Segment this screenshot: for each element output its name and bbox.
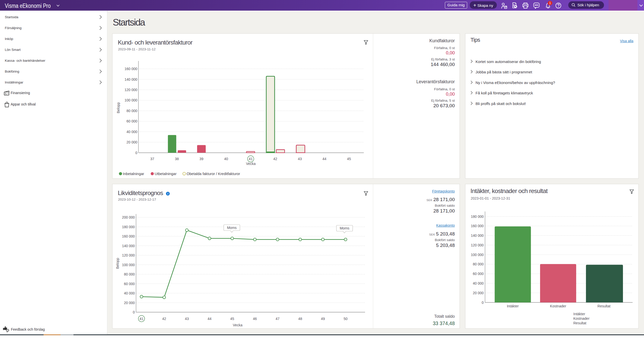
svg-text:45: 45: [347, 157, 351, 161]
svg-text:Resultat: Resultat: [597, 304, 610, 308]
svg-text:80 000: 80 000: [126, 109, 137, 113]
svg-text:39: 39: [199, 157, 203, 161]
svg-text:40 000: 40 000: [126, 130, 137, 134]
svg-text:80 000: 80 000: [473, 262, 484, 266]
svg-text:43: 43: [185, 317, 189, 321]
svg-text:160 000: 160 000: [122, 234, 135, 238]
svg-text:40: 40: [224, 157, 228, 161]
svg-text:46: 46: [253, 317, 257, 321]
svg-text:80 000: 80 000: [124, 272, 135, 276]
svg-text:0: 0: [482, 301, 484, 305]
svg-text:60 000: 60 000: [473, 272, 484, 276]
svg-text:120 000: 120 000: [122, 253, 135, 257]
svg-text:42: 42: [162, 317, 166, 321]
svg-text:Vecka: Vecka: [246, 162, 256, 166]
svg-text:180 000: 180 000: [471, 215, 484, 219]
svg-text:40 000: 40 000: [124, 291, 135, 295]
svg-text:Moms: Moms: [340, 226, 349, 230]
svg-text:Vecka: Vecka: [233, 323, 242, 327]
svg-text:37: 37: [150, 157, 154, 161]
svg-text:Moms: Moms: [227, 226, 237, 230]
svg-text:20 000: 20 000: [473, 291, 484, 295]
svg-text:Belopp: Belopp: [116, 258, 120, 269]
svg-text:45: 45: [230, 317, 234, 321]
svg-text:44: 44: [323, 157, 327, 161]
svg-text:20 000: 20 000: [126, 140, 137, 144]
svg-text:42: 42: [273, 157, 277, 161]
svg-text:49: 49: [321, 317, 325, 321]
svg-text:Intäkter: Intäkter: [573, 312, 585, 316]
svg-text:Utbetalningar: Utbetalningar: [155, 172, 177, 176]
svg-text:Inbetalningar: Inbetalningar: [123, 172, 144, 176]
svg-text:60 000: 60 000: [124, 282, 135, 286]
svg-text:Kostnader: Kostnader: [573, 316, 590, 321]
svg-text:200 000: 200 000: [122, 215, 135, 219]
svg-text:0: 0: [135, 151, 137, 155]
svg-text:100 000: 100 000: [122, 263, 135, 267]
svg-text:Belopp: Belopp: [116, 102, 120, 113]
svg-text:Obetalda fakturor / Kreditfakt: Obetalda fakturor / Kreditfakturor: [187, 172, 240, 176]
svg-text:44: 44: [207, 317, 212, 321]
svg-text:38: 38: [175, 157, 179, 161]
svg-text:50: 50: [344, 317, 348, 321]
svg-text:43: 43: [298, 157, 302, 161]
svg-text:48: 48: [298, 317, 302, 321]
svg-text:180 000: 180 000: [122, 225, 135, 229]
svg-text:Intäkter: Intäkter: [507, 304, 519, 308]
svg-text:Resultat: Resultat: [573, 321, 586, 325]
svg-text:Kostnader: Kostnader: [550, 304, 566, 308]
svg-text:41: 41: [140, 317, 144, 321]
svg-text:60 000: 60 000: [126, 119, 137, 123]
svg-text:41: 41: [249, 157, 253, 161]
svg-text:140 000: 140 000: [124, 77, 137, 81]
svg-text:40 000: 40 000: [473, 281, 484, 285]
svg-text:120 000: 120 000: [471, 243, 484, 247]
svg-text:20 000: 20 000: [124, 301, 135, 305]
svg-text:160 000: 160 000: [471, 224, 484, 228]
svg-text:47: 47: [276, 317, 280, 321]
svg-text:100 000: 100 000: [471, 253, 484, 257]
svg-text:100 000: 100 000: [124, 98, 137, 102]
svg-text:0: 0: [133, 310, 135, 314]
svg-text:140 000: 140 000: [122, 244, 135, 248]
svg-text:160 000: 160 000: [124, 67, 137, 71]
svg-text:120 000: 120 000: [124, 88, 137, 92]
svg-text:140 000: 140 000: [471, 233, 484, 238]
